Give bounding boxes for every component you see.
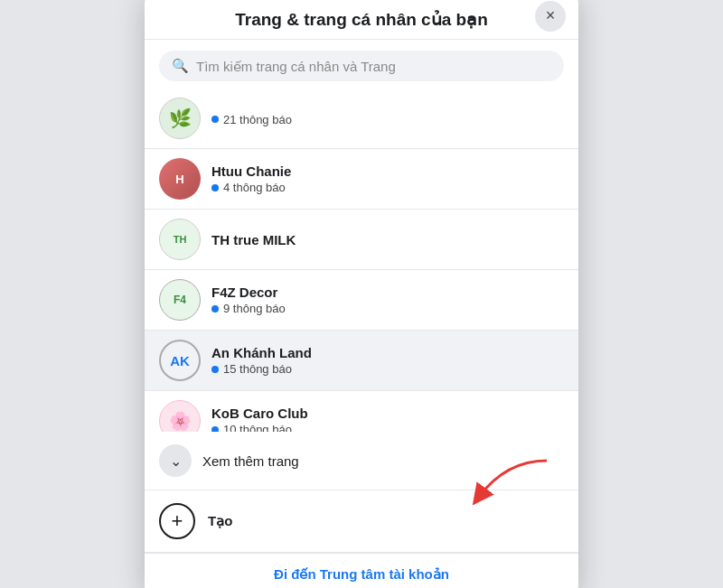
notification-count: 21 thông báo bbox=[211, 113, 564, 126]
search-input[interactable] bbox=[196, 59, 551, 74]
item-name: An Khánh Land bbox=[211, 345, 564, 360]
create-section[interactable]: + Tạo bbox=[145, 490, 578, 553]
chevron-down-icon: ⌄ bbox=[159, 444, 192, 477]
create-label: Tạo bbox=[208, 513, 232, 529]
notification-count: 10 thông báo bbox=[211, 423, 564, 432]
page-switcher-modal: Trang & trang cá nhân của bạn × 🔍 🌿 21 t… bbox=[145, 0, 578, 588]
item-info: An Khánh Land 15 thông báo bbox=[211, 345, 564, 376]
item-name: Htuu Chanie bbox=[211, 163, 564, 179]
list-item[interactable]: F4 F4Z Decor 9 thông báo bbox=[145, 270, 578, 331]
list-item[interactable]: AK An Khánh Land 15 thông báo bbox=[145, 331, 578, 391]
search-wrap: 🔍 bbox=[145, 40, 578, 89]
item-name: F4Z Decor bbox=[211, 285, 564, 300]
close-button[interactable]: × bbox=[535, 1, 566, 32]
item-info: 21 thông báo bbox=[211, 111, 564, 126]
list-item[interactable]: H Htuu Chanie 4 thông báo bbox=[145, 149, 578, 210]
item-name: KoB Caro Club bbox=[211, 406, 564, 421]
modal-header: Trang & trang cá nhân của bạn × bbox=[145, 0, 578, 40]
notification-count: 9 thông báo bbox=[211, 302, 564, 315]
item-name: TH true MILK bbox=[211, 232, 564, 247]
list-item[interactable]: TH TH true MILK bbox=[145, 210, 578, 270]
see-more-item[interactable]: ⌄ Xem thêm trang bbox=[145, 432, 578, 490]
item-info: Htuu Chanie 4 thông báo bbox=[211, 163, 564, 194]
plus-icon: + bbox=[159, 503, 195, 539]
modal-title: Trang & trang cá nhân của bạn bbox=[235, 9, 488, 30]
see-more-label: Xem thêm trang bbox=[202, 453, 299, 469]
search-box: 🔍 bbox=[159, 51, 564, 81]
close-icon: × bbox=[546, 6, 556, 25]
item-info: KoB Caro Club 10 thông báo bbox=[211, 406, 564, 432]
page-list: 🌿 21 thông báo H Htuu Chanie 4 thông báo… bbox=[145, 89, 578, 432]
notification-count: 15 thông báo bbox=[211, 362, 564, 376]
item-info: TH true MILK bbox=[211, 232, 564, 247]
modal-overlay: Trang & trang cá nhân của bạn × 🔍 🌿 21 t… bbox=[0, 0, 723, 588]
item-info: F4Z Decor 9 thông báo bbox=[211, 285, 564, 315]
notification-count: 4 thông báo bbox=[211, 181, 564, 194]
list-item[interactable]: 🌸 KoB Caro Club 10 thông báo bbox=[145, 391, 578, 432]
search-icon: 🔍 bbox=[172, 58, 189, 74]
list-item[interactable]: 🌿 21 thông báo bbox=[145, 89, 578, 149]
account-center-button[interactable]: Đi đến Trung tâm tài khoản bbox=[145, 553, 578, 588]
